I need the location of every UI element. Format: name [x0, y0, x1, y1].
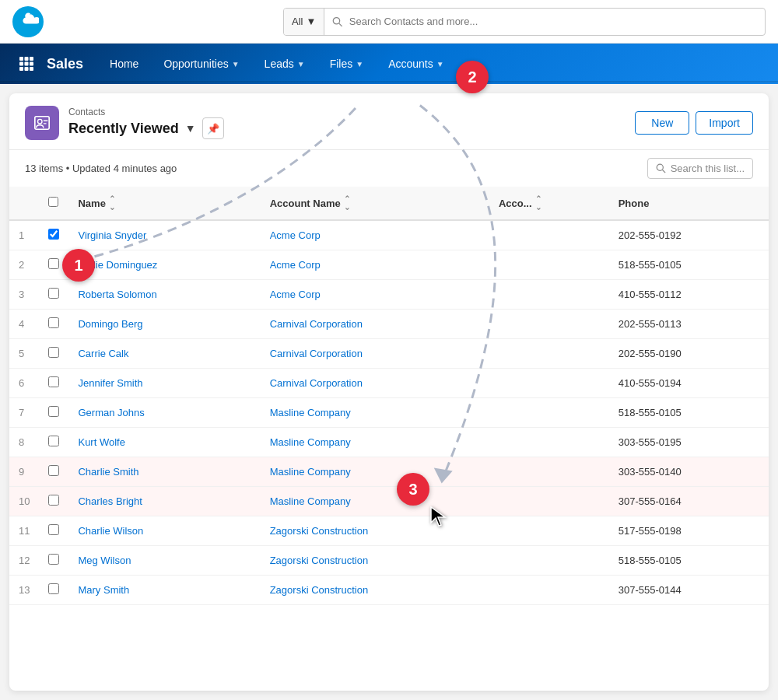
- contact-name-link[interactable]: Nellie Dominguez: [78, 259, 157, 271]
- contact-name-cell[interactable]: Charlie Smith: [68, 457, 260, 487]
- row-checkbox[interactable]: [48, 376, 59, 387]
- import-button[interactable]: Import: [696, 111, 753, 135]
- search-input-area[interactable]: [324, 16, 765, 27]
- row-checkbox-cell[interactable]: [39, 398, 68, 428]
- contact-name-cell[interactable]: Meg Wilson: [68, 546, 260, 576]
- row-checkbox[interactable]: [48, 258, 59, 269]
- row-checkbox[interactable]: [48, 495, 59, 506]
- account-name-link[interactable]: Zagorski Construction: [270, 584, 368, 596]
- app-launcher-button[interactable]: [12, 50, 40, 78]
- contact-name-link[interactable]: Domingo Berg: [78, 318, 142, 330]
- contact-name-cell[interactable]: Roberta Solomon: [68, 280, 260, 310]
- name-column-header[interactable]: Name ⌃⌄: [68, 187, 260, 220]
- svg-rect-7: [30, 62, 33, 66]
- row-checkbox-cell[interactable]: [39, 369, 68, 398]
- account-name-cell[interactable]: Acme Corp: [261, 250, 489, 280]
- row-checkbox-cell[interactable]: [39, 487, 68, 516]
- search-filter[interactable]: All ▼: [284, 9, 324, 35]
- row-checkbox-cell[interactable]: [39, 546, 68, 576]
- contact-name-cell[interactable]: German Johns: [68, 398, 260, 428]
- search-bar[interactable]: All ▼: [283, 8, 766, 36]
- account-name-cell[interactable]: Carnival Corporation: [261, 369, 489, 398]
- row-checkbox-cell[interactable]: [39, 576, 68, 605]
- contact-name-link[interactable]: Charlie Smith: [78, 466, 138, 478]
- contact-name-cell[interactable]: Domingo Berg: [68, 310, 260, 339]
- row-checkbox[interactable]: [48, 317, 59, 328]
- account-name-link[interactable]: Acme Corp: [270, 259, 321, 271]
- row-checkbox[interactable]: [48, 465, 59, 476]
- account-name-link[interactable]: Carnival Corporation: [270, 318, 363, 330]
- checkbox-header[interactable]: [39, 187, 68, 220]
- list-search[interactable]: Search this list...: [647, 158, 753, 179]
- row-checkbox[interactable]: [48, 229, 59, 240]
- row-checkbox[interactable]: [48, 436, 59, 446]
- sort-icon: ⌃⌄: [344, 194, 350, 212]
- row-checkbox-cell[interactable]: [39, 339, 68, 369]
- account-name-link[interactable]: Carnival Corporation: [270, 348, 363, 359]
- contact-name-link[interactable]: Virginia Snyder: [78, 229, 146, 241]
- nav-item-accounts[interactable]: Accounts ▼: [377, 44, 455, 84]
- account-name-cell[interactable]: Acme Corp: [261, 220, 489, 250]
- row-checkbox-cell[interactable]: [39, 310, 68, 339]
- account-name-cell[interactable]: Acme Corp: [261, 280, 489, 310]
- account-name-cell[interactable]: Masline Company: [261, 398, 489, 428]
- row-checkbox[interactable]: [48, 288, 59, 299]
- account-name-link[interactable]: Zagorski Construction: [270, 555, 368, 566]
- account-name-cell[interactable]: Masline Company: [261, 457, 489, 487]
- contact-name-link[interactable]: Roberta Solomon: [78, 289, 156, 300]
- nav-item-opportunities[interactable]: Opportunities ▼: [152, 44, 250, 84]
- nav-item-home[interactable]: Home: [99, 44, 149, 84]
- account-name-cell[interactable]: Zagorski Construction: [261, 516, 489, 546]
- contact-name-cell[interactable]: Mary Smith: [68, 576, 260, 605]
- chevron-down-icon[interactable]: ▼: [185, 122, 196, 135]
- contact-name-cell[interactable]: Charles Bright: [68, 487, 260, 516]
- row-checkbox-cell[interactable]: [39, 220, 68, 250]
- contact-name-cell[interactable]: Kurt Wolfe: [68, 428, 260, 457]
- account-name-cell[interactable]: Masline Company: [261, 428, 489, 457]
- row-checkbox[interactable]: [48, 554, 59, 565]
- row-checkbox[interactable]: [48, 347, 59, 358]
- acco-column-header[interactable]: Acco... ⌃⌄: [489, 187, 609, 220]
- account-name-link[interactable]: Acme Corp: [270, 229, 321, 241]
- row-checkbox-cell[interactable]: [39, 428, 68, 457]
- contact-name-cell[interactable]: Virginia Snyder: [68, 220, 260, 250]
- account-name-link[interactable]: Masline Company: [270, 466, 351, 478]
- account-name-cell[interactable]: Carnival Corporation: [261, 310, 489, 339]
- account-name-link[interactable]: Zagorski Construction: [270, 525, 368, 537]
- account-name-link[interactable]: Masline Company: [270, 407, 351, 418]
- row-checkbox-cell[interactable]: [39, 250, 68, 280]
- contact-name-link[interactable]: Kurt Wolfe: [78, 436, 124, 448]
- row-checkbox[interactable]: [48, 524, 59, 535]
- account-name-cell[interactable]: Carnival Corporation: [261, 339, 489, 369]
- select-all-checkbox[interactable]: [48, 197, 58, 207]
- account-name-cell[interactable]: Zagorski Construction: [261, 546, 489, 576]
- account-name-cell[interactable]: Zagorski Construction: [261, 576, 489, 605]
- contact-name-link[interactable]: Meg Wilson: [78, 555, 131, 566]
- contact-name-cell[interactable]: Jennifer Smith: [68, 369, 260, 398]
- contact-name-link[interactable]: Charlie Wilson: [78, 525, 143, 537]
- contact-name-link[interactable]: Jennifer Smith: [78, 377, 142, 389]
- row-checkbox[interactable]: [48, 583, 59, 594]
- contact-name-link[interactable]: Charles Bright: [78, 495, 142, 507]
- row-checkbox-cell[interactable]: [39, 457, 68, 487]
- nav-item-files[interactable]: Files ▼: [319, 44, 374, 84]
- contact-name-cell[interactable]: Charlie Wilson: [68, 516, 260, 546]
- pin-button[interactable]: 📌: [202, 117, 224, 139]
- account-name-link[interactable]: Carnival Corporation: [270, 377, 363, 389]
- nav-item-leads[interactable]: Leads ▼: [254, 44, 316, 84]
- contact-name-link[interactable]: Mary Smith: [78, 584, 129, 596]
- new-button[interactable]: New: [635, 111, 689, 135]
- account-name-link[interactable]: Acme Corp: [270, 289, 321, 300]
- contact-name-cell[interactable]: Nellie Dominguez: [68, 250, 260, 280]
- contact-name-link[interactable]: Carrie Calk: [78, 348, 128, 359]
- contact-name-link[interactable]: German Johns: [78, 407, 144, 418]
- account-name-cell[interactable]: Masline Company: [261, 487, 489, 516]
- account-name-link[interactable]: Masline Company: [270, 495, 351, 507]
- row-checkbox-cell[interactable]: [39, 280, 68, 310]
- account-name-link[interactable]: Masline Company: [270, 436, 351, 448]
- row-checkbox-cell[interactable]: [39, 516, 68, 546]
- row-checkbox[interactable]: [48, 406, 59, 417]
- contact-name-cell[interactable]: Carrie Calk: [68, 339, 260, 369]
- search-input[interactable]: [349, 16, 757, 27]
- account-name-column-header[interactable]: Account Name ⌃⌄: [261, 187, 489, 220]
